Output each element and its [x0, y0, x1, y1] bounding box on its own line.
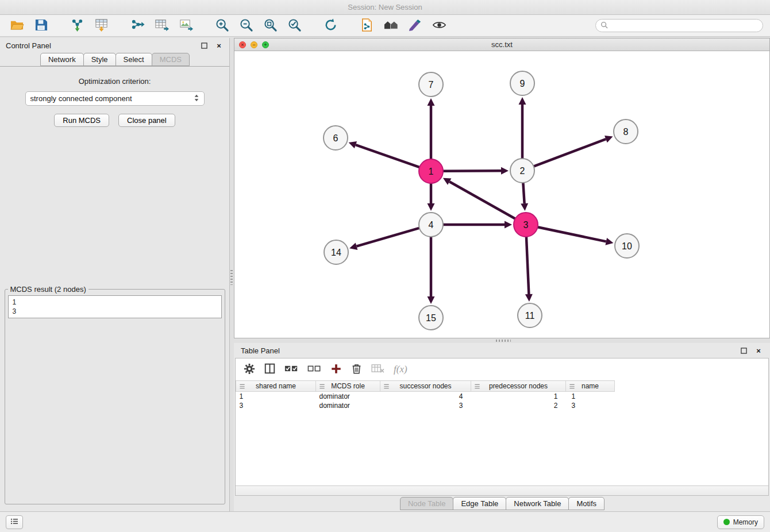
cell[interactable]: 3	[380, 401, 471, 410]
zoom-selected-button[interactable]	[284, 17, 304, 34]
edge-3-1[interactable]	[443, 178, 515, 219]
edge-1-2[interactable]	[443, 167, 509, 175]
show-columns-button[interactable]	[264, 363, 275, 376]
node-14[interactable]: 14	[324, 240, 348, 264]
cell[interactable]: 3	[566, 401, 615, 410]
tab-network[interactable]: Network	[40, 53, 84, 66]
tab-network-table[interactable]: Network Table	[506, 497, 569, 510]
show-hide-panel-button[interactable]	[429, 17, 449, 34]
cell[interactable]: 1	[471, 392, 566, 402]
tab-mcds[interactable]: MCDS	[152, 53, 190, 66]
apply-style-button[interactable]	[405, 17, 425, 34]
tab-select[interactable]: Select	[116, 53, 152, 66]
node-10[interactable]: 10	[615, 234, 639, 258]
node-8[interactable]: 8	[614, 119, 638, 144]
zoom-in-button[interactable]	[212, 17, 232, 34]
node-4[interactable]: 4	[419, 213, 443, 237]
network-canvas[interactable]: 7968124314101511	[234, 51, 769, 338]
sort-icon	[319, 383, 325, 391]
close-window-button[interactable]: ×	[239, 41, 246, 48]
cell[interactable]: 1	[566, 392, 615, 402]
minimize-window-button[interactable]: −	[251, 41, 257, 48]
edge-3-10[interactable]	[538, 227, 614, 245]
edge-2-3[interactable]	[521, 183, 528, 211]
tab-motifs[interactable]: Motifs	[568, 497, 605, 510]
edge-2-9[interactable]	[519, 97, 526, 159]
import-network-button[interactable]	[67, 17, 87, 34]
tab-node-table[interactable]: Node Table	[400, 497, 454, 510]
cell[interactable]: 1	[236, 392, 316, 402]
column-label: successor nodes	[399, 382, 451, 390]
node-3[interactable]: 3	[514, 213, 538, 237]
memory-button[interactable]: Memory	[717, 515, 764, 529]
cell[interactable]: 4	[380, 392, 471, 402]
add-row-button[interactable]	[330, 363, 342, 376]
node-9[interactable]: 9	[510, 71, 534, 95]
zoom-window-button[interactable]: +	[262, 41, 269, 48]
column-header-shared-name[interactable]: shared name	[236, 381, 316, 392]
edge-1-6[interactable]	[349, 141, 420, 167]
edge-4-3[interactable]	[443, 221, 512, 229]
edge-1-4[interactable]	[428, 183, 435, 211]
export-image-button[interactable]	[176, 17, 195, 34]
clone-network-button[interactable]	[357, 17, 376, 34]
table-row[interactable]: 1dominator411	[236, 392, 615, 402]
search-box[interactable]	[595, 19, 763, 32]
node-2[interactable]: 2	[510, 159, 534, 183]
close-panel-button[interactable]: Close panel	[118, 114, 175, 127]
mcds-result-list[interactable]: 13	[8, 295, 222, 318]
checked-boxes-icon	[284, 364, 298, 375]
delete-row-button[interactable]	[351, 363, 362, 376]
close-panel-icon[interactable]: ×	[214, 41, 224, 50]
column-header-predecessor-nodes[interactable]: predecessor nodes	[471, 381, 566, 392]
search-input[interactable]	[611, 21, 758, 30]
tab-edge-table[interactable]: Edge Table	[453, 497, 506, 510]
open-session-button[interactable]	[7, 17, 26, 34]
node-6[interactable]: 6	[324, 126, 348, 150]
tab-style[interactable]: Style	[83, 53, 116, 66]
cell[interactable]: dominator	[316, 401, 380, 410]
export-network-button[interactable]	[128, 17, 147, 34]
export-table-button[interactable]	[152, 17, 171, 34]
deselect-all-button[interactable]	[307, 364, 321, 375]
column-header-MCDS-role[interactable]: MCDS role	[316, 381, 380, 392]
app-titlebar: Session: New Session	[0, 0, 770, 15]
node-11[interactable]: 11	[518, 303, 542, 327]
delete-column-button[interactable]	[371, 364, 384, 375]
edge-4-14[interactable]	[349, 228, 419, 250]
home-view-button[interactable]	[381, 17, 401, 34]
column-header-name[interactable]: name	[566, 381, 615, 392]
cell[interactable]: 3	[236, 401, 316, 410]
panel-menu-button[interactable]	[6, 515, 23, 529]
save-session-button[interactable]	[31, 17, 51, 34]
cell[interactable]: dominator	[316, 392, 380, 402]
edge-arrow-icon	[501, 167, 509, 175]
edge-4-15[interactable]	[428, 237, 435, 304]
cell[interactable]: 2	[471, 401, 566, 410]
run-mcds-button[interactable]: Run MCDS	[54, 114, 109, 127]
table-settings-button[interactable]	[244, 363, 255, 376]
horizontal-splitter[interactable]	[234, 338, 770, 343]
float-panel-icon[interactable]	[739, 346, 748, 355]
edge-1-7[interactable]	[428, 98, 435, 159]
node-1[interactable]: 1	[419, 159, 443, 183]
edge-2-8[interactable]	[534, 136, 613, 167]
close-panel-icon[interactable]: ×	[754, 346, 763, 355]
zoom-fit-button[interactable]	[260, 17, 280, 34]
network-graph[interactable]: 7968124314101511	[234, 51, 769, 338]
import-table-button[interactable]	[91, 17, 111, 34]
node-15[interactable]: 15	[419, 306, 443, 330]
zoom-out-button[interactable]	[236, 17, 256, 34]
table-row[interactable]: 3dominator323	[236, 401, 615, 410]
apply-function-button[interactable]: f(x)	[394, 364, 407, 375]
optimization-criterion-select[interactable]: strongly connected component	[25, 91, 205, 106]
select-all-button[interactable]	[284, 364, 298, 375]
edge-arrow-icon	[525, 294, 533, 302]
column-header-successor-nodes[interactable]: successor nodes	[380, 381, 471, 392]
node-7[interactable]: 7	[419, 72, 443, 97]
vertical-splitter[interactable]	[230, 38, 234, 511]
edge-3-11[interactable]	[525, 237, 533, 302]
float-panel-icon[interactable]	[199, 41, 209, 50]
horizontal-scrollbar[interactable]	[236, 485, 768, 495]
refresh-layout-button[interactable]	[321, 17, 340, 34]
